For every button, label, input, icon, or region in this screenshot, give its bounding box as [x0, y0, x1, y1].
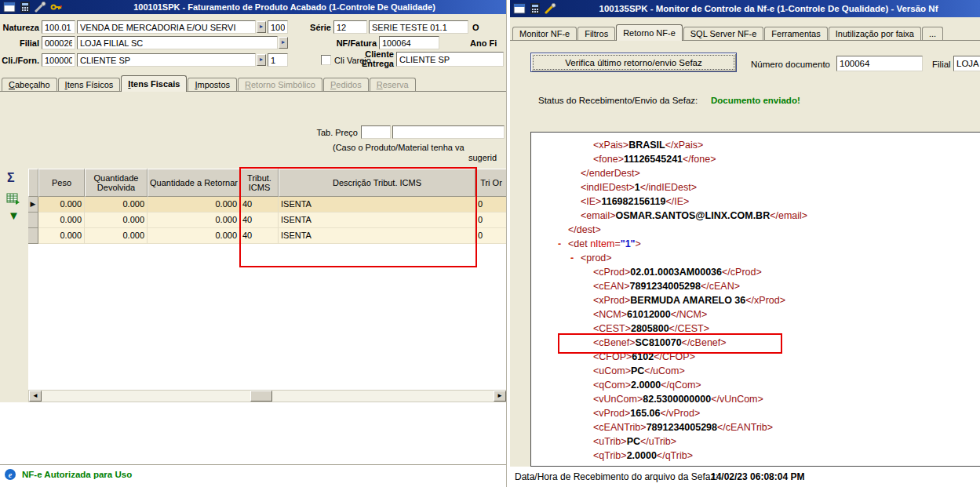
- natureza-code-field[interactable]: [42, 20, 75, 34]
- xml-tg: <xPais>: [593, 140, 628, 151]
- filial-desc-field[interactable]: [77, 36, 278, 49]
- grid-cell: 40: [240, 228, 279, 244]
- xml-tg: <qTrib>: [593, 450, 627, 461]
- verify-sefaz-button[interactable]: Verifica último retorno/envio Sefaz: [530, 53, 737, 72]
- current-row-indicator: ▶: [28, 197, 38, 213]
- grid-hscrollbar[interactable]: ◄ ►: [28, 390, 507, 402]
- xml-val: 11126545241: [624, 154, 683, 165]
- filial-label: Filial: [2, 38, 39, 48]
- grid-col-tri-or[interactable]: Tri Or: [475, 169, 507, 197]
- grid-col-peso[interactable]: Peso: [38, 169, 85, 197]
- tab-itens-fisicos[interactable]: Itens Físicos: [58, 78, 121, 91]
- tab-monitor-nf-e[interactable]: Monitor NF-e: [512, 27, 577, 40]
- tab-sql-server-nf-e[interactable]: SQL Server NF-e: [683, 27, 764, 40]
- tab-itens-fiscais[interactable]: Itens Fiscais: [121, 75, 187, 92]
- tab-more[interactable]: ...: [922, 27, 943, 40]
- natureza-extra-field[interactable]: [268, 20, 288, 34]
- filial-label: Filial: [932, 60, 951, 69]
- xml-tg: </cEAN>: [701, 281, 740, 292]
- xml-tg: >: [636, 238, 641, 249]
- filial-lookup-button[interactable]: ▸: [279, 37, 288, 49]
- xml-tg: <uTrib>: [593, 436, 627, 447]
- xml-line: <CFOP>6102</CFOP>: [531, 350, 980, 364]
- xml-line: <qCom>2.0000</qCom>: [531, 378, 980, 392]
- xml-line: <NCM>61012000</NCM>: [531, 307, 980, 322]
- cliente-entrega-field[interactable]: [396, 52, 504, 67]
- xml-line: -<det nItem="1">: [531, 237, 980, 251]
- xml-tg: <vProd>: [593, 408, 630, 419]
- nf-fatura-field[interactable]: [379, 36, 439, 49]
- cli-forn-desc-field[interactable]: [77, 53, 256, 67]
- cli-varejo-checkbox[interactable]: [321, 55, 331, 65]
- xml-line: <indIEDest>1</indIEDest>: [531, 180, 980, 194]
- xml-collapse-icon[interactable]: -: [570, 251, 581, 265]
- grid-row-1[interactable]: ▶0.0000.0000.00040ISENTA0: [28, 197, 507, 213]
- natureza-desc-field[interactable]: [77, 20, 256, 34]
- xml-tg: </vUnCom>: [711, 394, 763, 405]
- tab-preco-code-field[interactable]: [361, 125, 391, 139]
- tab-preco-desc-field[interactable]: [392, 125, 505, 139]
- xml-val: PC: [627, 436, 640, 447]
- scrollbar-thumb[interactable]: [250, 391, 272, 402]
- tab-filtros[interactable]: Filtros: [577, 27, 615, 40]
- grid-cell: 0.000: [148, 197, 240, 213]
- tab-divider: [0, 91, 507, 92]
- nfe-monitor-window: 100135SPK - Monitor de Controle da Nf-e …: [510, 0, 980, 487]
- xml-tg: <email>: [581, 210, 615, 221]
- grid-col-quantidade-devolvida[interactable]: Quantidade Devolvida: [85, 169, 148, 197]
- grid-header: PesoQuantidade DevolvidaQuantidade a Ret…: [28, 169, 507, 197]
- wrench-icon: [545, 3, 557, 14]
- app-form-icon: [3, 2, 16, 13]
- numero-documento-label: Número documento: [751, 60, 830, 69]
- grid-col-descricao-tribut-icms[interactable]: Descrição Tribut. ICMS: [279, 169, 475, 197]
- arrow-down-icon[interactable]: ▼: [8, 209, 20, 222]
- calculator-icon: [529, 3, 541, 14]
- right-footer: Data/Hora de Recebimento do arquivo da S…: [510, 467, 980, 487]
- grid-cell: 0.000: [85, 228, 148, 244]
- grid-cell: 0: [475, 197, 507, 213]
- right-titlebar[interactable]: 100135SPK - Monitor de Controle da Nf-e …: [510, 0, 980, 17]
- tab-preco-label: Tab. Preço: [311, 128, 358, 137]
- serie-desc-field[interactable]: [369, 20, 468, 34]
- cli-forn-lookup-button[interactable]: ▸: [257, 54, 266, 66]
- grid-row-2[interactable]: 0.0000.0000.00040ISENTA0: [28, 213, 507, 228]
- serie-code-field[interactable]: [333, 20, 367, 34]
- scroll-left-button[interactable]: ◄: [29, 391, 42, 402]
- grid-col-quantidade-a-retornar[interactable]: Quantidade a Retornar: [148, 169, 240, 197]
- filial-code-field[interactable]: [42, 36, 75, 49]
- grid-cell: ISENTA: [279, 213, 475, 228]
- tab-inutilizacao-por-faixa[interactable]: Inutilização por faixa: [829, 27, 921, 40]
- tab-ferramentas[interactable]: Ferramentas: [764, 27, 827, 40]
- xml-line: <uCom>PC</uCom>: [531, 364, 980, 378]
- tab-impostos[interactable]: Impostos: [188, 78, 237, 91]
- filial-field[interactable]: [953, 56, 980, 71]
- xml-line: </enderDest>: [531, 166, 980, 180]
- xml-line: -<prod>: [531, 251, 980, 265]
- nfe-status-text: NF-e Autorizada para Uso: [22, 470, 132, 479]
- grid-col-tribut-icms[interactable]: Tribut. ICMS: [240, 169, 279, 197]
- xml-viewer-panel[interactable]: <xPais>BRASIL</xPais><fone>11126545241</…: [530, 132, 980, 467]
- sum-icon[interactable]: Σ: [7, 171, 15, 185]
- footer-datetime-label: Data/Hora de Recebimento do arquivo da S…: [515, 471, 718, 482]
- natureza-lookup-button[interactable]: ▸: [257, 21, 266, 33]
- tab-cabecalho[interactable]: Cabeçalho: [2, 78, 57, 91]
- xml-tg: <CFOP>: [593, 351, 632, 362]
- xml-tg: <prod>: [581, 253, 612, 263]
- grid-row-3[interactable]: 0.0000.0000.00040ISENTA0: [28, 228, 507, 244]
- grid-export-icon[interactable]: [6, 192, 20, 206]
- scroll-right-button[interactable]: ►: [494, 391, 506, 402]
- xml-collapse-icon[interactable]: -: [558, 237, 568, 251]
- numero-documento-field[interactable]: [836, 56, 923, 71]
- xml-val: 2.0000: [631, 380, 661, 391]
- xml-tg: <xProd>: [593, 295, 630, 306]
- xml-line: <CEST>2805800</CEST>: [531, 322, 980, 336]
- left-titlebar[interactable]: 100101SPK - Faturamento de Produto Acaba…: [0, 0, 506, 14]
- right-tabstrip: Monitor NF-eFiltrosRetorno NF-eSQL Serve…: [512, 23, 944, 41]
- xml-line: <fone>11126545241</fone>: [531, 152, 980, 166]
- lower-panel: [0, 402, 507, 464]
- xml-tg: <qCom>: [593, 380, 631, 391]
- cli-forn-qty-field[interactable]: [268, 53, 288, 67]
- tab-retorno-nf-e[interactable]: Retorno NF-e: [616, 24, 683, 41]
- cli-forn-code-field[interactable]: [42, 53, 75, 67]
- xml-tg: </qCom>: [661, 380, 701, 391]
